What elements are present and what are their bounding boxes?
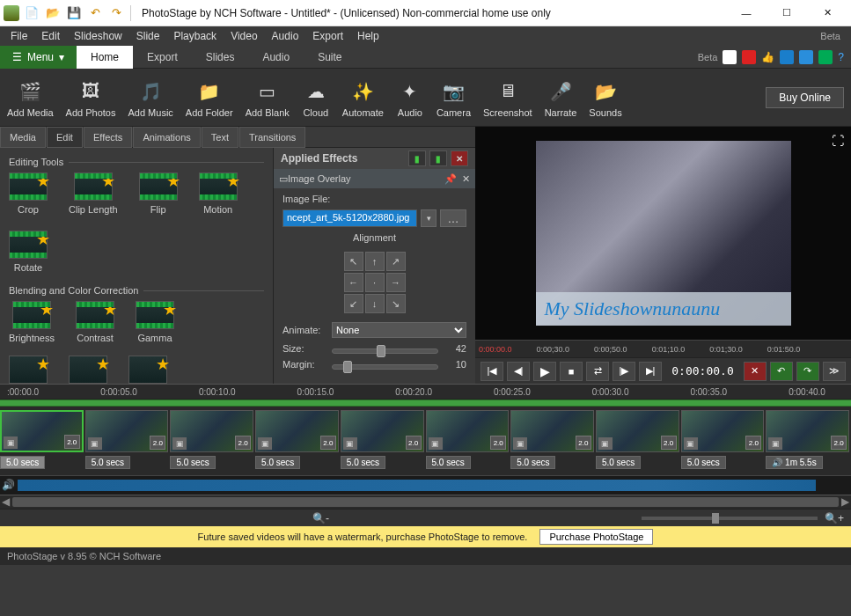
subtab-text[interactable]: Text bbox=[202, 127, 238, 148]
goto-end-icon[interactable]: ▶| bbox=[639, 362, 662, 381]
tool-clip-length[interactable]: Clip Length bbox=[69, 172, 118, 215]
fullscreen-icon[interactable]: ⛶ bbox=[832, 134, 844, 148]
tool-gamma[interactable]: Gamma bbox=[136, 301, 174, 343]
timeline-clip[interactable]: ▣2.05.0 secs bbox=[0, 410, 84, 472]
menu-slideshow[interactable]: Slideshow bbox=[67, 30, 129, 42]
tool-motion[interactable]: Motion bbox=[199, 172, 238, 215]
rotate-left-icon[interactable]: ↶ bbox=[770, 362, 793, 381]
image-file-input[interactable]: ncept_art_5k-5120x2880.jpg bbox=[282, 209, 417, 227]
timeline-clip[interactable]: ▣2.05.0 secs bbox=[255, 410, 339, 472]
camera-button[interactable]: 📷Camera bbox=[437, 77, 471, 118]
rotate-right-icon[interactable]: ↷ bbox=[796, 362, 819, 381]
open-icon[interactable]: 📂 bbox=[44, 5, 62, 21]
timeline-clip[interactable]: ▣2.05.0 secs bbox=[85, 410, 169, 472]
tab-home[interactable]: Home bbox=[77, 46, 133, 69]
purchase-button[interactable]: Purchase PhotoStage bbox=[539, 529, 653, 545]
close-button[interactable]: ✕ bbox=[807, 0, 847, 26]
tool-contrast[interactable]: Contrast bbox=[76, 301, 114, 343]
timeline-ruler[interactable]: :00:00.00:00:05.00:00:10.00:00:15.00:00:… bbox=[0, 384, 851, 400]
animate-select[interactable]: None bbox=[332, 322, 466, 338]
youtube-icon[interactable] bbox=[742, 50, 756, 64]
timeline-clip[interactable]: ▣2.05.0 secs bbox=[510, 410, 594, 472]
subtab-effects[interactable]: Effects bbox=[84, 127, 132, 148]
tool-rotate[interactable]: Rotate bbox=[9, 231, 48, 273]
timeline-clip[interactable]: ▣2.0🔊 1m 5.5s bbox=[766, 410, 849, 472]
speaker-icon[interactable]: 🔊 bbox=[2, 479, 15, 491]
menu-help[interactable]: Help bbox=[350, 30, 386, 42]
menu-playback[interactable]: Playback bbox=[166, 30, 224, 42]
menu-video[interactable]: Video bbox=[224, 30, 264, 42]
delete-clip-icon[interactable]: ✕ bbox=[744, 362, 767, 381]
timeline-clip[interactable]: ▣2.05.0 secs bbox=[681, 410, 765, 472]
subtab-animations[interactable]: Animations bbox=[133, 127, 200, 148]
automate-button[interactable]: ✨Automate bbox=[342, 77, 384, 118]
menu-audio[interactable]: Audio bbox=[265, 30, 306, 42]
align-tl[interactable]: ↖ bbox=[344, 252, 363, 271]
tool-brightness[interactable]: Brightness bbox=[9, 301, 55, 343]
tab-slides[interactable]: Slides bbox=[192, 46, 249, 69]
tool-flip[interactable]: Flip bbox=[139, 172, 178, 215]
loop-icon[interactable]: ⇄ bbox=[586, 362, 609, 381]
add-photos-button[interactable]: 🖼Add Photos bbox=[66, 77, 116, 118]
menu-dropdown-button[interactable]: ☰ Menu ▾ bbox=[0, 46, 77, 69]
timeline-clip[interactable]: ▣2.05.0 secs bbox=[341, 410, 424, 472]
narrate-button[interactable]: 🎤Narrate bbox=[545, 77, 577, 118]
add-music-button[interactable]: 🎵Add Music bbox=[128, 77, 172, 118]
tab-audio[interactable]: Audio bbox=[248, 46, 304, 69]
add-folder-button[interactable]: 📁Add Folder bbox=[186, 77, 233, 118]
maximize-button[interactable]: ☐ bbox=[767, 0, 807, 26]
sounds-button[interactable]: 📂Sounds bbox=[589, 77, 621, 118]
timeline-scrollbar[interactable]: ◀▶ bbox=[0, 495, 851, 509]
step-forward-icon[interactable]: |▶ bbox=[613, 362, 635, 381]
subtab-transitions[interactable]: Transitions bbox=[239, 127, 305, 148]
like-icon[interactable]: 👍 bbox=[761, 51, 774, 63]
file-dropdown-icon[interactable]: ▾ bbox=[421, 209, 437, 227]
timeline-clip[interactable]: ▣2.05.0 secs bbox=[426, 410, 510, 472]
tab-suite[interactable]: Suite bbox=[304, 46, 356, 69]
preview-ruler[interactable]: 0:00:00.00:00;30.00:00;50.00:01;10.00:01… bbox=[475, 340, 851, 357]
subtab-media[interactable]: Media bbox=[0, 127, 46, 148]
add-blank-button[interactable]: ▭Add Blank bbox=[246, 77, 290, 118]
pin-icon[interactable]: 📌 bbox=[444, 173, 457, 185]
close-overlay-icon[interactable]: ✕ bbox=[462, 173, 470, 185]
menu-edit[interactable]: Edit bbox=[34, 30, 67, 42]
subtab-edit[interactable]: Edit bbox=[47, 127, 83, 148]
effect-next-icon[interactable]: ▮ bbox=[429, 150, 447, 166]
more-icon[interactable]: ≫ bbox=[823, 362, 846, 381]
align-bl[interactable]: ↙ bbox=[344, 294, 363, 313]
linkedin-icon[interactable] bbox=[818, 50, 833, 64]
overlay-header[interactable]: ▭ Image Overlay 📌✕ bbox=[274, 169, 475, 188]
size-slider[interactable] bbox=[332, 348, 438, 354]
tab-export[interactable]: Export bbox=[133, 46, 192, 69]
align-l[interactable]: ← bbox=[344, 273, 363, 292]
minimize-button[interactable]: — bbox=[726, 0, 767, 26]
zoom-out-icon[interactable]: 🔍- bbox=[312, 512, 329, 524]
margin-slider[interactable] bbox=[332, 364, 438, 370]
redo-icon[interactable]: ↷ bbox=[107, 5, 125, 21]
help-icon[interactable]: ? bbox=[838, 51, 844, 63]
cloud-button[interactable]: ☁Cloud bbox=[302, 77, 330, 118]
goto-start-icon[interactable]: |◀ bbox=[481, 362, 503, 381]
effect-delete-icon[interactable]: ✕ bbox=[451, 150, 468, 166]
align-tr[interactable]: ↗ bbox=[386, 252, 406, 271]
align-c[interactable]: · bbox=[365, 273, 385, 292]
timeline-track-video[interactable] bbox=[0, 400, 851, 407]
play-icon[interactable]: ▶ bbox=[533, 362, 556, 381]
flickr-icon[interactable] bbox=[723, 50, 737, 64]
timeline-clip[interactable]: ▣2.05.0 secs bbox=[170, 410, 253, 472]
menu-slide[interactable]: Slide bbox=[129, 30, 167, 42]
align-b[interactable]: ↓ bbox=[365, 294, 385, 313]
screenshot-button[interactable]: 🖥Screenshot bbox=[483, 77, 532, 118]
add-media-button[interactable]: 🎬Add Media bbox=[7, 77, 54, 118]
zoom-slider[interactable] bbox=[642, 517, 818, 520]
align-t[interactable]: ↑ bbox=[365, 252, 385, 271]
zoom-in-icon[interactable]: 🔍+ bbox=[825, 512, 844, 524]
step-back-icon[interactable]: ◀| bbox=[507, 362, 530, 381]
align-r[interactable]: → bbox=[386, 273, 406, 292]
menu-export[interactable]: Export bbox=[305, 30, 350, 42]
stop-icon[interactable]: ■ bbox=[560, 362, 583, 381]
tool-crop[interactable]: Crop bbox=[9, 172, 48, 215]
twitter-icon[interactable] bbox=[799, 50, 813, 64]
timeline-clip[interactable]: ▣2.05.0 secs bbox=[596, 410, 679, 472]
align-br[interactable]: ↘ bbox=[386, 294, 406, 313]
